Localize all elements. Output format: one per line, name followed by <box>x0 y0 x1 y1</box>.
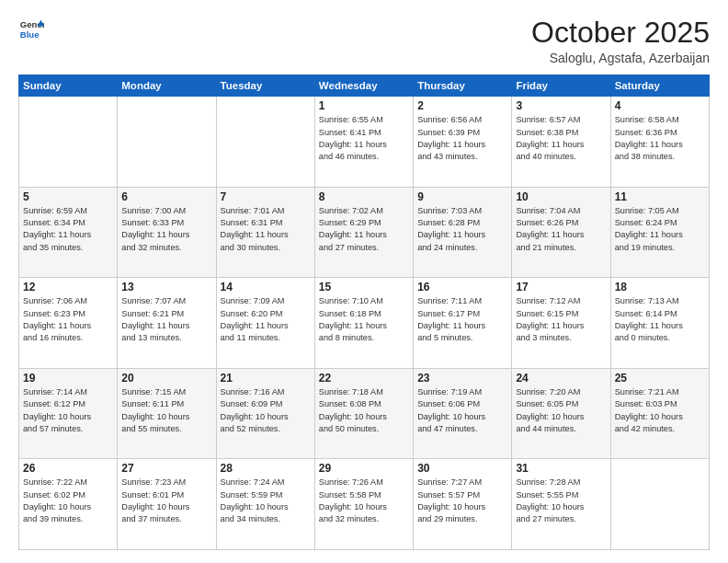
table-row: 11Sunrise: 7:05 AM Sunset: 6:24 PM Dayli… <box>610 187 709 278</box>
day-info: Sunrise: 7:07 AM Sunset: 6:21 PM Dayligh… <box>121 295 211 344</box>
table-row: 7Sunrise: 7:01 AM Sunset: 6:31 PM Daylig… <box>216 187 314 278</box>
day-info: Sunrise: 7:21 AM Sunset: 6:03 PM Dayligh… <box>615 386 705 435</box>
day-info: Sunrise: 7:05 AM Sunset: 6:24 PM Dayligh… <box>615 205 705 254</box>
table-row: 20Sunrise: 7:15 AM Sunset: 6:11 PM Dayli… <box>118 368 216 459</box>
day-info: Sunrise: 7:15 AM Sunset: 6:11 PM Dayligh… <box>121 386 211 435</box>
day-number: 28 <box>221 462 311 475</box>
table-row: 4Sunrise: 6:58 AM Sunset: 6:36 PM Daylig… <box>610 97 709 188</box>
day-info: Sunrise: 6:57 AM Sunset: 6:38 PM Dayligh… <box>516 114 606 163</box>
table-row <box>19 97 118 188</box>
day-info: Sunrise: 6:58 AM Sunset: 6:36 PM Dayligh… <box>615 114 705 163</box>
day-info: Sunrise: 7:01 AM Sunset: 6:31 PM Dayligh… <box>221 205 311 254</box>
table-row: 10Sunrise: 7:04 AM Sunset: 6:26 PM Dayli… <box>512 187 610 278</box>
calendar-week-row: 1Sunrise: 6:55 AM Sunset: 6:41 PM Daylig… <box>19 97 710 188</box>
day-info: Sunrise: 7:28 AM Sunset: 5:55 PM Dayligh… <box>516 477 606 525</box>
table-row: 24Sunrise: 7:20 AM Sunset: 6:05 PM Dayli… <box>512 368 610 459</box>
col-saturday: Saturday <box>610 75 709 97</box>
day-number: 17 <box>516 281 606 293</box>
day-number: 27 <box>121 462 211 475</box>
day-number: 15 <box>319 281 409 293</box>
day-number: 5 <box>23 190 113 203</box>
table-row: 29Sunrise: 7:26 AM Sunset: 5:58 PM Dayli… <box>314 459 413 550</box>
day-info: Sunrise: 7:23 AM Sunset: 6:01 PM Dayligh… <box>121 477 211 525</box>
table-row <box>610 459 709 550</box>
table-row: 30Sunrise: 7:27 AM Sunset: 5:57 PM Dayli… <box>414 459 512 550</box>
day-info: Sunrise: 7:13 AM Sunset: 6:14 PM Dayligh… <box>615 295 705 344</box>
col-monday: Monday <box>118 75 216 97</box>
day-number: 16 <box>417 281 507 293</box>
day-info: Sunrise: 7:00 AM Sunset: 6:33 PM Dayligh… <box>121 205 211 254</box>
day-number: 11 <box>615 190 705 203</box>
location-title: Saloglu, Agstafa, Azerbaijan <box>531 51 710 65</box>
table-row: 13Sunrise: 7:07 AM Sunset: 6:21 PM Dayli… <box>118 278 216 369</box>
table-row: 22Sunrise: 7:18 AM Sunset: 6:08 PM Dayli… <box>314 368 413 459</box>
day-number: 4 <box>615 99 705 112</box>
day-number: 8 <box>319 190 409 203</box>
table-row: 2Sunrise: 6:56 AM Sunset: 6:39 PM Daylig… <box>414 97 512 188</box>
day-number: 3 <box>516 99 606 112</box>
day-info: Sunrise: 6:59 AM Sunset: 6:34 PM Dayligh… <box>23 205 113 254</box>
day-number: 7 <box>221 190 311 203</box>
table-row: 5Sunrise: 6:59 AM Sunset: 6:34 PM Daylig… <box>19 187 118 278</box>
day-info: Sunrise: 7:19 AM Sunset: 6:06 PM Dayligh… <box>417 386 507 435</box>
col-friday: Friday <box>512 75 610 97</box>
header: General Blue October 2025 Saloglu, Agsta… <box>18 17 710 65</box>
day-number: 24 <box>516 372 606 385</box>
day-number: 1 <box>319 99 409 112</box>
table-row: 15Sunrise: 7:10 AM Sunset: 6:18 PM Dayli… <box>314 278 413 369</box>
table-row: 8Sunrise: 7:02 AM Sunset: 6:29 PM Daylig… <box>314 187 413 278</box>
table-row: 19Sunrise: 7:14 AM Sunset: 6:12 PM Dayli… <box>19 368 118 459</box>
title-block: October 2025 Saloglu, Agstafa, Azerbaija… <box>531 17 710 65</box>
day-number: 10 <box>516 190 606 203</box>
day-number: 22 <box>319 372 409 385</box>
table-row: 28Sunrise: 7:24 AM Sunset: 5:59 PM Dayli… <box>216 459 314 550</box>
month-title: October 2025 <box>531 17 710 49</box>
calendar-table: Sunday Monday Tuesday Wednesday Thursday… <box>18 75 710 550</box>
day-number: 23 <box>417 372 507 385</box>
day-number: 31 <box>516 462 606 475</box>
table-row: 26Sunrise: 7:22 AM Sunset: 6:02 PM Dayli… <box>19 459 118 550</box>
col-sunday: Sunday <box>19 75 118 97</box>
day-info: Sunrise: 7:03 AM Sunset: 6:28 PM Dayligh… <box>417 205 507 254</box>
day-number: 25 <box>615 372 705 385</box>
day-number: 19 <box>23 372 113 385</box>
svg-text:Blue: Blue <box>20 29 40 40</box>
col-tuesday: Tuesday <box>216 75 314 97</box>
day-number: 2 <box>417 99 507 112</box>
page: General Blue October 2025 Saloglu, Agsta… <box>0 0 728 563</box>
calendar-week-row: 5Sunrise: 6:59 AM Sunset: 6:34 PM Daylig… <box>19 187 710 278</box>
table-row: 27Sunrise: 7:23 AM Sunset: 6:01 PM Dayli… <box>118 459 216 550</box>
day-info: Sunrise: 7:09 AM Sunset: 6:20 PM Dayligh… <box>221 295 311 344</box>
table-row <box>216 97 314 188</box>
day-number: 30 <box>417 462 507 475</box>
calendar-week-row: 12Sunrise: 7:06 AM Sunset: 6:23 PM Dayli… <box>19 278 710 369</box>
day-number: 13 <box>121 281 211 293</box>
table-row: 9Sunrise: 7:03 AM Sunset: 6:28 PM Daylig… <box>414 187 512 278</box>
day-info: Sunrise: 7:12 AM Sunset: 6:15 PM Dayligh… <box>516 295 606 344</box>
day-number: 6 <box>121 190 211 203</box>
day-number: 21 <box>221 372 311 385</box>
day-number: 14 <box>221 281 311 293</box>
day-info: Sunrise: 7:26 AM Sunset: 5:58 PM Dayligh… <box>319 477 409 525</box>
table-row: 16Sunrise: 7:11 AM Sunset: 6:17 PM Dayli… <box>414 278 512 369</box>
table-row: 17Sunrise: 7:12 AM Sunset: 6:15 PM Dayli… <box>512 278 610 369</box>
day-info: Sunrise: 7:24 AM Sunset: 5:59 PM Dayligh… <box>221 477 311 525</box>
table-row: 23Sunrise: 7:19 AM Sunset: 6:06 PM Dayli… <box>414 368 512 459</box>
day-info: Sunrise: 7:27 AM Sunset: 5:57 PM Dayligh… <box>417 477 507 525</box>
table-row: 21Sunrise: 7:16 AM Sunset: 6:09 PM Dayli… <box>216 368 314 459</box>
day-number: 18 <box>615 281 705 293</box>
logo: General Blue <box>18 17 44 42</box>
day-info: Sunrise: 7:14 AM Sunset: 6:12 PM Dayligh… <box>23 386 113 435</box>
calendar-header-row: Sunday Monday Tuesday Wednesday Thursday… <box>19 75 710 97</box>
table-row: 25Sunrise: 7:21 AM Sunset: 6:03 PM Dayli… <box>610 368 709 459</box>
table-row: 18Sunrise: 7:13 AM Sunset: 6:14 PM Dayli… <box>610 278 709 369</box>
table-row: 1Sunrise: 6:55 AM Sunset: 6:41 PM Daylig… <box>314 97 413 188</box>
day-number: 29 <box>319 462 409 475</box>
day-info: Sunrise: 7:18 AM Sunset: 6:08 PM Dayligh… <box>319 386 409 435</box>
table-row <box>118 97 216 188</box>
table-row: 6Sunrise: 7:00 AM Sunset: 6:33 PM Daylig… <box>118 187 216 278</box>
day-info: Sunrise: 7:22 AM Sunset: 6:02 PM Dayligh… <box>23 477 113 525</box>
day-info: Sunrise: 7:06 AM Sunset: 6:23 PM Dayligh… <box>23 295 113 344</box>
day-number: 9 <box>417 190 507 203</box>
table-row: 14Sunrise: 7:09 AM Sunset: 6:20 PM Dayli… <box>216 278 314 369</box>
